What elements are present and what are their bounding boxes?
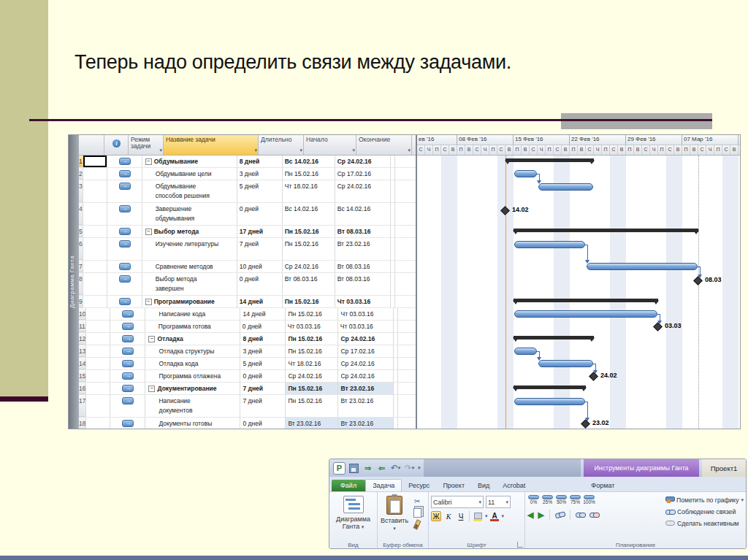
row-number[interactable]: 10 bbox=[79, 308, 86, 320]
info-cell[interactable] bbox=[83, 261, 107, 272]
task-mode-cell[interactable]: → bbox=[110, 308, 145, 320]
finish-cell[interactable]: Ср 24.02.16 bbox=[335, 156, 391, 167]
task-name-cell[interactable]: Документы готовы bbox=[145, 418, 240, 429]
task-bar[interactable] bbox=[538, 183, 593, 191]
duration-cell[interactable]: 0 дней bbox=[237, 203, 283, 225]
collapse-icon[interactable]: − bbox=[148, 336, 155, 342]
summary-bar[interactable] bbox=[514, 336, 594, 340]
task-mode-cell[interactable]: → bbox=[107, 156, 142, 167]
info-cell[interactable] bbox=[86, 358, 110, 369]
underline-button[interactable]: Ч bbox=[456, 511, 466, 521]
row-number[interactable]: 13 bbox=[79, 345, 86, 357]
task-mode-cell[interactable]: → bbox=[107, 180, 142, 202]
finish-cell[interactable]: Вт 23.02.16 bbox=[338, 395, 394, 417]
collapse-icon[interactable]: − bbox=[145, 299, 152, 305]
start-cell[interactable]: Чт 18.02.16 bbox=[283, 180, 335, 202]
info-cell[interactable] bbox=[83, 168, 107, 180]
bold-button[interactable]: Ж bbox=[431, 511, 441, 521]
percent-complete-button[interactable]: 0% bbox=[527, 495, 540, 505]
info-cell[interactable] bbox=[83, 273, 107, 295]
col-header-name[interactable]: Название задачи▾ bbox=[164, 135, 259, 155]
task-name-cell[interactable]: Программа отлажена bbox=[145, 370, 240, 382]
task-row[interactable]: 14→Отладка кода5 днейЧт 18.02.16Ср 24.02… bbox=[79, 358, 416, 370]
collapse-icon[interactable]: − bbox=[145, 158, 152, 165]
task-name-cell[interactable]: Сравнение методов bbox=[142, 261, 237, 272]
info-cell[interactable] bbox=[86, 418, 110, 429]
task-row[interactable]: 9→−Программирование14 днейПн 15.02.16Чт … bbox=[79, 296, 416, 308]
finish-cell[interactable]: Вт 08.03.16 bbox=[335, 226, 391, 237]
duration-cell[interactable]: 3 дней bbox=[237, 168, 283, 180]
task-bar[interactable] bbox=[538, 360, 593, 367]
task-name-cell[interactable]: Отладка кода bbox=[145, 358, 240, 369]
link-tasks-icon[interactable] bbox=[576, 512, 585, 518]
start-cell[interactable]: Пн 15.02.16 bbox=[286, 308, 338, 320]
info-cell[interactable] bbox=[86, 345, 110, 357]
task-name-cell[interactable]: −Обдумывание bbox=[142, 156, 237, 167]
row-number[interactable]: 11 bbox=[79, 321, 86, 332]
start-cell[interactable]: Вс 14.02.16 bbox=[283, 203, 335, 225]
task-name-cell[interactable]: Программа готова bbox=[145, 321, 240, 332]
font-family-combo[interactable]: Calibri▾ bbox=[431, 496, 484, 508]
task-mode-cell[interactable]: → bbox=[110, 383, 145, 394]
task-name-cell[interactable]: Выбор метода завершен bbox=[142, 273, 237, 295]
duration-cell[interactable]: 10 дней bbox=[237, 261, 283, 272]
info-cell[interactable] bbox=[86, 383, 110, 394]
ribbon-tab-формат[interactable]: Формат bbox=[584, 480, 621, 491]
info-cell[interactable] bbox=[83, 226, 107, 237]
task-mode-cell[interactable]: → bbox=[107, 203, 142, 225]
finish-cell[interactable]: Вт 08.03.16 bbox=[335, 273, 391, 295]
task-name-cell[interactable]: −Выбор метода bbox=[142, 226, 237, 237]
row-number[interactable]: 16 bbox=[79, 383, 86, 394]
undo-button[interactable]: ↶▾ bbox=[390, 463, 401, 474]
split-task-icon[interactable] bbox=[554, 510, 565, 518]
task-row[interactable]: 10→Написание кода14 днейПн 15.02.16Чт 03… bbox=[79, 308, 416, 321]
task-mode-cell[interactable]: → bbox=[110, 345, 145, 357]
task-mode-cell[interactable]: → bbox=[110, 370, 145, 382]
start-cell[interactable]: Пн 15.02.16 bbox=[283, 226, 335, 237]
collapse-icon[interactable]: − bbox=[145, 229, 152, 235]
start-cell[interactable]: Вт 08.03.16 bbox=[283, 273, 335, 295]
finish-cell[interactable]: Ср 24.02.16 bbox=[338, 358, 394, 369]
filter-dropdown-icon[interactable]: ▾ bbox=[299, 147, 302, 153]
duration-cell[interactable]: 0 дней bbox=[240, 418, 286, 429]
save-button[interactable] bbox=[348, 463, 359, 474]
start-cell[interactable]: Пн 15.02.16 bbox=[283, 168, 335, 180]
row-number[interactable]: 18 bbox=[79, 418, 86, 429]
project-logo-icon[interactable]: P bbox=[333, 462, 346, 475]
percent-complete-button[interactable]: 25% bbox=[541, 495, 554, 505]
info-cell[interactable] bbox=[83, 180, 107, 202]
task-row[interactable]: 2→Обдумывание цели3 днейПн 15.02.16Ср 17… bbox=[79, 168, 416, 180]
qat-more-icon[interactable]: ▾ bbox=[418, 465, 421, 471]
task-mode-cell[interactable]: → bbox=[110, 395, 145, 417]
finish-cell[interactable]: Ср 17.02.16 bbox=[335, 168, 391, 180]
task-row[interactable]: 5→−Выбор метода17 днейПн 15.02.16Вт 08.0… bbox=[79, 226, 416, 238]
task-row[interactable]: 17→Написание документов7 днейПн 15.02.16… bbox=[79, 395, 416, 418]
ribbon-tab-ресурс[interactable]: Ресурс bbox=[402, 480, 436, 491]
info-cell[interactable] bbox=[86, 333, 110, 345]
filter-dropdown-icon[interactable]: ▾ bbox=[352, 147, 355, 153]
start-cell[interactable]: Пн 15.02.16 bbox=[283, 238, 335, 260]
mark-on-track-button[interactable]: Пометить по графику▾ bbox=[665, 494, 744, 505]
start-cell[interactable]: Пн 15.02.16 bbox=[286, 333, 338, 345]
info-cell[interactable] bbox=[86, 321, 110, 332]
task-row[interactable]: 13→Отладка структуры3 днейПн 15.02.16Ср … bbox=[79, 345, 416, 358]
format-painter-button[interactable] bbox=[411, 519, 423, 529]
task-row[interactable]: 15→Программа отлажена0 днейСр 24.02.16Ср… bbox=[79, 370, 416, 383]
duration-cell[interactable]: 5 дней bbox=[240, 358, 286, 369]
finish-cell[interactable]: Ср 24.02.16 bbox=[338, 370, 394, 382]
ribbon-tab-задача[interactable]: Задача bbox=[365, 479, 402, 491]
finish-cell[interactable]: Чт 03.03.16 bbox=[338, 308, 394, 320]
font-color-button[interactable]: A bbox=[490, 512, 500, 521]
task-row[interactable]: 12→−Отладка8 днейПн 15.02.16Ср 24.02.16 bbox=[79, 333, 416, 345]
col-header-info[interactable]: i bbox=[104, 135, 129, 155]
task-name-cell[interactable]: −Программирование bbox=[142, 296, 237, 307]
task-row[interactable]: 7→Сравнение методов10 днейСр 24.02.16Вт … bbox=[79, 261, 416, 273]
task-mode-cell[interactable]: → bbox=[110, 358, 145, 369]
task-mode-cell[interactable]: → bbox=[107, 238, 142, 260]
duration-cell[interactable]: 8 дней bbox=[240, 333, 286, 345]
task-name-cell[interactable]: −Документирование bbox=[145, 383, 240, 394]
collapse-icon[interactable]: − bbox=[148, 386, 155, 392]
unlink-tasks-icon[interactable] bbox=[589, 512, 599, 518]
row-number[interactable]: 17 bbox=[79, 395, 86, 417]
info-cell[interactable] bbox=[83, 238, 107, 260]
